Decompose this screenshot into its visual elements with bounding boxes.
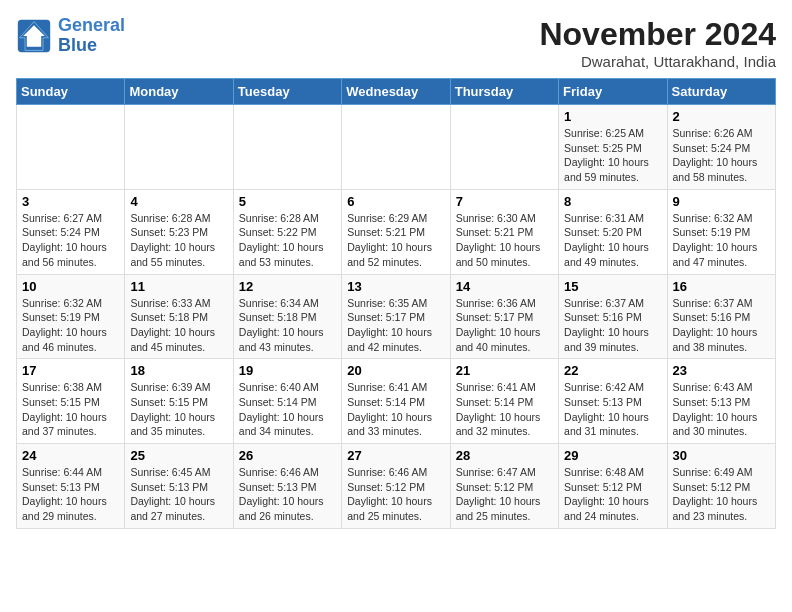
day-info: Sunrise: 6:40 AM Sunset: 5:14 PM Dayligh… (239, 380, 336, 439)
calendar-week-4: 17Sunrise: 6:38 AM Sunset: 5:15 PM Dayli… (17, 359, 776, 444)
header: General Blue November 2024 Dwarahat, Utt… (16, 16, 776, 70)
day-info: Sunrise: 6:29 AM Sunset: 5:21 PM Dayligh… (347, 211, 444, 270)
day-number: 30 (673, 448, 770, 463)
day-number: 2 (673, 109, 770, 124)
calendar-cell: 1Sunrise: 6:25 AM Sunset: 5:25 PM Daylig… (559, 105, 667, 190)
day-number: 23 (673, 363, 770, 378)
main-title: November 2024 (539, 16, 776, 53)
subtitle: Dwarahat, Uttarakhand, India (539, 53, 776, 70)
calendar-cell: 24Sunrise: 6:44 AM Sunset: 5:13 PM Dayli… (17, 444, 125, 529)
calendar-cell: 5Sunrise: 6:28 AM Sunset: 5:22 PM Daylig… (233, 189, 341, 274)
calendar-cell: 10Sunrise: 6:32 AM Sunset: 5:19 PM Dayli… (17, 274, 125, 359)
logo: General Blue (16, 16, 125, 56)
day-number: 28 (456, 448, 553, 463)
day-info: Sunrise: 6:39 AM Sunset: 5:15 PM Dayligh… (130, 380, 227, 439)
day-info: Sunrise: 6:41 AM Sunset: 5:14 PM Dayligh… (347, 380, 444, 439)
day-number: 26 (239, 448, 336, 463)
calendar-cell: 30Sunrise: 6:49 AM Sunset: 5:12 PM Dayli… (667, 444, 775, 529)
day-info: Sunrise: 6:27 AM Sunset: 5:24 PM Dayligh… (22, 211, 119, 270)
day-info: Sunrise: 6:28 AM Sunset: 5:22 PM Dayligh… (239, 211, 336, 270)
calendar-cell: 14Sunrise: 6:36 AM Sunset: 5:17 PM Dayli… (450, 274, 558, 359)
calendar-cell: 25Sunrise: 6:45 AM Sunset: 5:13 PM Dayli… (125, 444, 233, 529)
calendar-cell: 2Sunrise: 6:26 AM Sunset: 5:24 PM Daylig… (667, 105, 775, 190)
day-number: 25 (130, 448, 227, 463)
day-info: Sunrise: 6:30 AM Sunset: 5:21 PM Dayligh… (456, 211, 553, 270)
weekday-header-friday: Friday (559, 79, 667, 105)
weekday-header-sunday: Sunday (17, 79, 125, 105)
day-number: 21 (456, 363, 553, 378)
logo-icon (16, 18, 52, 54)
calendar-week-1: 1Sunrise: 6:25 AM Sunset: 5:25 PM Daylig… (17, 105, 776, 190)
calendar-cell: 26Sunrise: 6:46 AM Sunset: 5:13 PM Dayli… (233, 444, 341, 529)
day-number: 16 (673, 279, 770, 294)
calendar-cell: 19Sunrise: 6:40 AM Sunset: 5:14 PM Dayli… (233, 359, 341, 444)
day-info: Sunrise: 6:37 AM Sunset: 5:16 PM Dayligh… (673, 296, 770, 355)
day-info: Sunrise: 6:36 AM Sunset: 5:17 PM Dayligh… (456, 296, 553, 355)
day-number: 15 (564, 279, 661, 294)
day-number: 19 (239, 363, 336, 378)
logo-text: General Blue (58, 16, 125, 56)
day-info: Sunrise: 6:32 AM Sunset: 5:19 PM Dayligh… (22, 296, 119, 355)
day-number: 27 (347, 448, 444, 463)
calendar-cell: 23Sunrise: 6:43 AM Sunset: 5:13 PM Dayli… (667, 359, 775, 444)
day-info: Sunrise: 6:46 AM Sunset: 5:13 PM Dayligh… (239, 465, 336, 524)
calendar-cell: 7Sunrise: 6:30 AM Sunset: 5:21 PM Daylig… (450, 189, 558, 274)
day-info: Sunrise: 6:47 AM Sunset: 5:12 PM Dayligh… (456, 465, 553, 524)
calendar-cell: 28Sunrise: 6:47 AM Sunset: 5:12 PM Dayli… (450, 444, 558, 529)
calendar-cell (342, 105, 450, 190)
day-info: Sunrise: 6:31 AM Sunset: 5:20 PM Dayligh… (564, 211, 661, 270)
calendar-cell: 20Sunrise: 6:41 AM Sunset: 5:14 PM Dayli… (342, 359, 450, 444)
calendar-week-2: 3Sunrise: 6:27 AM Sunset: 5:24 PM Daylig… (17, 189, 776, 274)
day-info: Sunrise: 6:49 AM Sunset: 5:12 PM Dayligh… (673, 465, 770, 524)
calendar-cell: 12Sunrise: 6:34 AM Sunset: 5:18 PM Dayli… (233, 274, 341, 359)
calendar-week-3: 10Sunrise: 6:32 AM Sunset: 5:19 PM Dayli… (17, 274, 776, 359)
calendar-cell: 3Sunrise: 6:27 AM Sunset: 5:24 PM Daylig… (17, 189, 125, 274)
calendar-table: SundayMondayTuesdayWednesdayThursdayFrid… (16, 78, 776, 529)
day-info: Sunrise: 6:41 AM Sunset: 5:14 PM Dayligh… (456, 380, 553, 439)
day-number: 10 (22, 279, 119, 294)
day-info: Sunrise: 6:35 AM Sunset: 5:17 PM Dayligh… (347, 296, 444, 355)
weekday-header-wednesday: Wednesday (342, 79, 450, 105)
day-number: 11 (130, 279, 227, 294)
calendar-cell: 8Sunrise: 6:31 AM Sunset: 5:20 PM Daylig… (559, 189, 667, 274)
calendar-cell: 15Sunrise: 6:37 AM Sunset: 5:16 PM Dayli… (559, 274, 667, 359)
calendar-cell: 18Sunrise: 6:39 AM Sunset: 5:15 PM Dayli… (125, 359, 233, 444)
day-number: 29 (564, 448, 661, 463)
day-number: 1 (564, 109, 661, 124)
day-number: 8 (564, 194, 661, 209)
weekday-header-thursday: Thursday (450, 79, 558, 105)
calendar-week-5: 24Sunrise: 6:44 AM Sunset: 5:13 PM Dayli… (17, 444, 776, 529)
day-number: 13 (347, 279, 444, 294)
day-info: Sunrise: 6:33 AM Sunset: 5:18 PM Dayligh… (130, 296, 227, 355)
calendar-cell (125, 105, 233, 190)
day-number: 18 (130, 363, 227, 378)
day-number: 12 (239, 279, 336, 294)
day-number: 5 (239, 194, 336, 209)
day-number: 22 (564, 363, 661, 378)
calendar-cell: 29Sunrise: 6:48 AM Sunset: 5:12 PM Dayli… (559, 444, 667, 529)
calendar-cell: 22Sunrise: 6:42 AM Sunset: 5:13 PM Dayli… (559, 359, 667, 444)
day-number: 4 (130, 194, 227, 209)
day-info: Sunrise: 6:25 AM Sunset: 5:25 PM Dayligh… (564, 126, 661, 185)
day-info: Sunrise: 6:42 AM Sunset: 5:13 PM Dayligh… (564, 380, 661, 439)
day-info: Sunrise: 6:37 AM Sunset: 5:16 PM Dayligh… (564, 296, 661, 355)
title-block: November 2024 Dwarahat, Uttarakhand, Ind… (539, 16, 776, 70)
calendar-cell: 6Sunrise: 6:29 AM Sunset: 5:21 PM Daylig… (342, 189, 450, 274)
day-number: 24 (22, 448, 119, 463)
calendar-cell: 9Sunrise: 6:32 AM Sunset: 5:19 PM Daylig… (667, 189, 775, 274)
day-info: Sunrise: 6:38 AM Sunset: 5:15 PM Dayligh… (22, 380, 119, 439)
calendar-cell: 16Sunrise: 6:37 AM Sunset: 5:16 PM Dayli… (667, 274, 775, 359)
weekday-header-monday: Monday (125, 79, 233, 105)
calendar-cell (450, 105, 558, 190)
calendar-cell: 21Sunrise: 6:41 AM Sunset: 5:14 PM Dayli… (450, 359, 558, 444)
calendar-cell: 13Sunrise: 6:35 AM Sunset: 5:17 PM Dayli… (342, 274, 450, 359)
day-info: Sunrise: 6:28 AM Sunset: 5:23 PM Dayligh… (130, 211, 227, 270)
day-info: Sunrise: 6:45 AM Sunset: 5:13 PM Dayligh… (130, 465, 227, 524)
calendar-cell: 17Sunrise: 6:38 AM Sunset: 5:15 PM Dayli… (17, 359, 125, 444)
calendar-cell (233, 105, 341, 190)
day-info: Sunrise: 6:32 AM Sunset: 5:19 PM Dayligh… (673, 211, 770, 270)
day-number: 14 (456, 279, 553, 294)
calendar-header: SundayMondayTuesdayWednesdayThursdayFrid… (17, 79, 776, 105)
day-info: Sunrise: 6:44 AM Sunset: 5:13 PM Dayligh… (22, 465, 119, 524)
calendar-cell: 11Sunrise: 6:33 AM Sunset: 5:18 PM Dayli… (125, 274, 233, 359)
